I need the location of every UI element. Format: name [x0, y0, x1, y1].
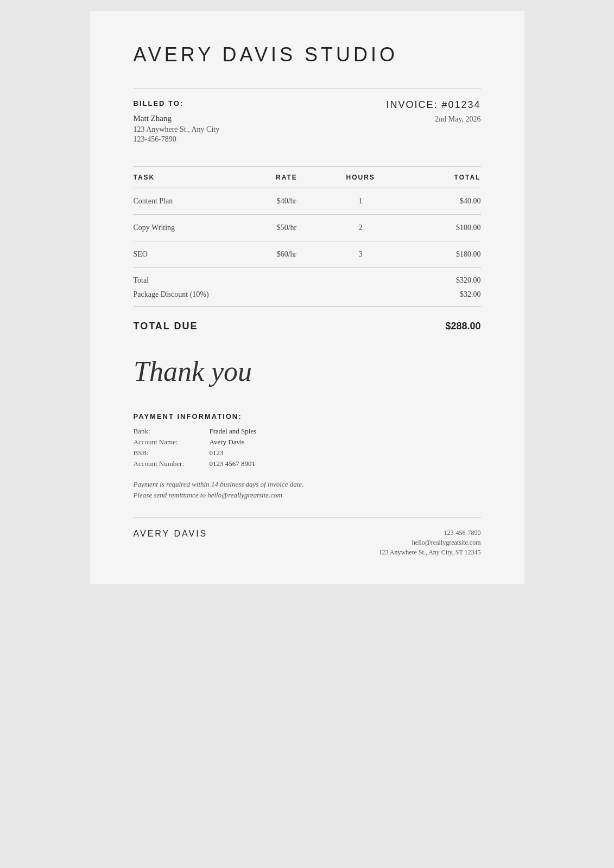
col-task: TASK: [134, 167, 255, 188]
subtotal-discount-row: Package Discount (10%) $32.00: [134, 288, 481, 302]
invoice-table: TASK RATE HOURS TOTAL Content Plan $40/h…: [134, 167, 481, 268]
footer-divider: [134, 518, 481, 518]
discount-value: $32.00: [460, 290, 481, 299]
studio-name: AVERY DAVIS STUDIO: [134, 43, 481, 66]
total-divider: [134, 306, 481, 307]
hours-cell: 2: [318, 215, 403, 241]
invoice-date: 2nd May, 2026: [435, 115, 480, 124]
subtotals: Total $320.00 Package Discount (10%) $32…: [134, 273, 481, 302]
total-due-amount: $288.00: [445, 321, 480, 332]
subtotal-total-row: Total $320.00: [134, 273, 481, 288]
discount-label: Package Discount (10%): [134, 290, 209, 299]
col-rate: RATE: [255, 167, 318, 188]
header-divider: [134, 88, 481, 88]
rate-cell: $60/hr: [255, 241, 318, 268]
payment-label: PAYMENT INFORMATION:: [134, 412, 481, 420]
payment-key: Bank:: [134, 427, 210, 436]
rate-cell: $40/hr: [255, 188, 318, 215]
footer-address: 123 Anywhere St., Any City, ST 12345: [378, 548, 480, 557]
table-row: Copy Writing $50/hr 2 $100.00: [134, 215, 481, 241]
invoice-page: AVERY DAVIS STUDIO BILLED TO: Matt Zhang…: [90, 11, 524, 584]
task-cell: Content Plan: [134, 188, 255, 215]
col-total: TOTAL: [403, 167, 480, 188]
total-due-label: TOTAL DUE: [134, 321, 198, 332]
client-name: Matt Zhang: [134, 114, 220, 123]
rate-cell: $50/hr: [255, 215, 318, 241]
billing-section: BILLED TO: Matt Zhang 123 Anywhere St., …: [134, 99, 481, 145]
payment-section: PAYMENT INFORMATION: Bank:Fradel and Spi…: [134, 412, 481, 502]
hours-cell: 3: [318, 241, 403, 268]
payment-value: 0123 4567 8901: [210, 459, 481, 468]
thank-you-svg: Thank you: [134, 351, 286, 389]
payment-note-line1: Payment is required within 14 business d…: [134, 480, 304, 488]
total-cell: $40.00: [403, 188, 480, 215]
total-cell: $180.00: [403, 241, 480, 268]
thank-you-text: Thank you: [134, 351, 481, 396]
footer-name: AVERY DAVIS: [134, 529, 208, 539]
col-hours: HOURS: [318, 167, 403, 188]
payment-value: 0123: [210, 449, 481, 457]
billing-left: BILLED TO: Matt Zhang 123 Anywhere St., …: [134, 99, 220, 145]
payment-note-line2: Please send remittance to hello@reallygr…: [134, 491, 284, 499]
header: AVERY DAVIS STUDIO: [134, 43, 481, 66]
payment-note: Payment is required within 14 business d…: [134, 479, 481, 502]
payment-key: Account Name:: [134, 438, 210, 446]
table-header-row: TASK RATE HOURS TOTAL: [134, 167, 481, 188]
total-value: $320.00: [456, 276, 481, 285]
footer-contact: 123-456-7890 hello@reallygreatsite.com 1…: [378, 529, 480, 557]
hours-cell: 1: [318, 188, 403, 215]
total-cell: $100.00: [403, 215, 480, 241]
payment-grid: Bank:Fradel and SpiesAccount Name:Avery …: [134, 427, 481, 468]
total-label: Total: [134, 276, 149, 285]
footer: AVERY DAVIS 123-456-7890 hello@reallygre…: [134, 529, 481, 557]
svg-text:Thank you: Thank you: [134, 356, 252, 387]
payment-key: BSB:: [134, 449, 210, 457]
footer-email: hello@reallygreatsite.com: [378, 539, 480, 547]
client-phone: 123-456-7890: [134, 135, 220, 144]
footer-phone: 123-456-7890: [378, 529, 480, 537]
client-address: 123 Anywhere St., Any City: [134, 125, 220, 134]
table-row: Content Plan $40/hr 1 $40.00: [134, 188, 481, 215]
payment-key: Account Number:: [134, 459, 210, 468]
billing-right: INVOICE: #01234 2nd May, 2026: [386, 99, 480, 145]
payment-value: Avery Davis: [210, 438, 481, 446]
task-cell: SEO: [134, 241, 255, 268]
task-cell: Copy Writing: [134, 215, 255, 241]
invoice-number: INVOICE: #01234: [386, 99, 480, 111]
payment-value: Fradel and Spies: [210, 427, 481, 436]
total-due-row: TOTAL DUE $288.00: [134, 311, 481, 343]
table-row: SEO $60/hr 3 $180.00: [134, 241, 481, 268]
billed-to-label: BILLED TO:: [134, 99, 220, 107]
